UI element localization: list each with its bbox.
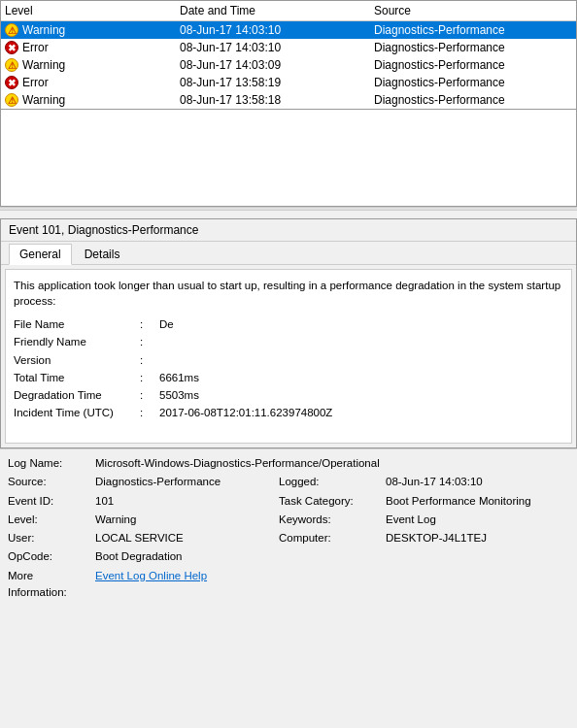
field-value — [159, 334, 563, 350]
more-info-label: More Information: — [8, 568, 95, 602]
event-row[interactable]: ⚠Warning08-Jun-17 13:58:18Diagnostics-Pe… — [1, 91, 576, 109]
field-name: Degradation Time — [14, 387, 140, 404]
field-name: Incident Time (UTC) — [14, 405, 140, 421]
event-type-label: Warning — [22, 23, 65, 37]
task-category-value: Boot Performance Monitoring — [386, 493, 569, 510]
event-type-label: Warning — [22, 93, 65, 107]
datetime-cell: 08-Jun-17 14:03:10 — [180, 41, 374, 54]
field-value: 6661ms — [159, 370, 563, 386]
error-icon: ✖ — [5, 76, 18, 89]
datetime-cell: 08-Jun-17 14:03:09 — [180, 58, 374, 72]
event-type-label: Warning — [22, 58, 65, 72]
source-label: Source: — [8, 474, 95, 490]
field-row: Version: — [14, 352, 563, 369]
detail-description: This application took longer than usual … — [14, 278, 563, 309]
warning-icon: ⚠ — [5, 23, 18, 37]
meta-opcode-row: OpCode: Boot Degradation — [8, 548, 569, 565]
header-datetime: Date and Time — [180, 4, 374, 17]
level-label: Level: — [8, 512, 95, 528]
task-category-label: Task Category: — [279, 493, 386, 510]
datetime-cell: 08-Jun-17 14:03:10 — [180, 23, 374, 37]
detail-content: This application took longer than usual … — [5, 269, 572, 444]
computer-label: Computer: — [279, 530, 386, 546]
field-colon: : — [140, 352, 159, 369]
error-icon: ✖ — [5, 41, 18, 54]
keywords-value: Event Log — [386, 512, 569, 528]
computer-value: DESKTOP-J4L1TEJ — [386, 530, 569, 546]
log-name-value: Microsoft-Windows-Diagnostics-Performanc… — [95, 455, 569, 472]
header-level: Level — [5, 4, 180, 17]
keywords-label: Keywords: — [279, 512, 386, 528]
logged-value: 08-Jun-17 14:03:10 — [386, 474, 569, 490]
event-list-header: Level Date and Time Source — [1, 1, 576, 21]
meta-log-name-row: Log Name: Microsoft-Windows-Diagnostics-… — [8, 455, 569, 472]
field-value: 5503ms — [159, 387, 563, 404]
field-name: Friendly Name — [14, 334, 140, 350]
datetime-cell: 08-Jun-17 13:58:18 — [180, 93, 374, 107]
field-row: Friendly Name: — [14, 334, 563, 350]
field-value: 2017-06-08T12:01:11.623974800Z — [159, 405, 563, 421]
meta-user-row: User: LOCAL SERVICE Computer: DESKTOP-J4… — [8, 530, 569, 546]
field-row: Incident Time (UTC):2017-06-08T12:01:11.… — [14, 405, 563, 421]
event-detail-section: Event 101, Diagnostics-Performance Gener… — [0, 218, 577, 448]
level-cell: ⚠Warning — [5, 23, 180, 37]
field-value — [159, 352, 563, 369]
tab-details[interactable]: Details — [74, 244, 131, 264]
user-value: LOCAL SERVICE — [95, 530, 279, 546]
source-cell: Diagnostics-Performance — [374, 41, 572, 54]
field-row: File Name:De — [14, 316, 563, 333]
event-rows-container: ⚠Warning08-Jun-17 14:03:10Diagnostics-Pe… — [1, 21, 576, 109]
section-divider — [0, 207, 577, 211]
field-row: Degradation Time:5503ms — [14, 387, 563, 404]
log-name-label: Log Name: — [8, 455, 95, 472]
source-cell: Diagnostics-Performance — [374, 58, 572, 72]
field-value: De — [159, 316, 563, 333]
field-colon: : — [140, 387, 159, 404]
level-value: Warning — [95, 512, 279, 528]
meta-source-row: Source: Diagnostics-Performance Logged: … — [8, 474, 569, 490]
source-cell: Diagnostics-Performance — [374, 23, 572, 37]
field-name: Total Time — [14, 370, 140, 386]
event-id-right: 101 Task Category: Boot Performance Moni… — [95, 493, 569, 510]
header-source: Source — [374, 4, 572, 17]
tab-general[interactable]: General — [9, 244, 72, 265]
event-type-label: Error — [22, 76, 49, 89]
event-id-value: 101 — [95, 493, 279, 510]
tabs-bar: General Details — [1, 242, 576, 265]
event-log-online-help-link[interactable]: Event Log Online Help — [95, 570, 207, 581]
opcode-value: Boot Degradation — [95, 548, 569, 565]
logged-label: Logged: — [279, 474, 386, 490]
event-detail-title: Event 101, Diagnostics-Performance — [1, 219, 576, 242]
more-info-link: Event Log Online Help — [95, 568, 569, 602]
event-row[interactable]: ✖Error08-Jun-17 13:58:19Diagnostics-Perf… — [1, 74, 576, 91]
level-cell: ✖Error — [5, 76, 180, 89]
empty-area — [0, 110, 577, 207]
field-colon: : — [140, 370, 159, 386]
source-value: Diagnostics-Performance — [95, 474, 279, 490]
meta-more-info-row: More Information: Event Log Online Help — [8, 568, 569, 602]
user-right: LOCAL SERVICE Computer: DESKTOP-J4L1TEJ — [95, 530, 569, 546]
metadata-section: Log Name: Microsoft-Windows-Diagnostics-… — [0, 448, 577, 609]
detail-fields: File Name:DeFriendly Name:Version:Total … — [14, 316, 563, 422]
level-cell: ✖Error — [5, 41, 180, 54]
field-row: Total Time:6661ms — [14, 370, 563, 386]
event-list-section: Level Date and Time Source ⚠Warning08-Ju… — [0, 0, 577, 110]
meta-level-row: Level: Warning Keywords: Event Log — [8, 512, 569, 528]
source-cell: Diagnostics-Performance — [374, 76, 572, 89]
datetime-cell: 08-Jun-17 13:58:19 — [180, 76, 374, 89]
field-name: Version — [14, 352, 140, 369]
field-colon: : — [140, 334, 159, 350]
event-row[interactable]: ✖Error08-Jun-17 14:03:10Diagnostics-Perf… — [1, 39, 576, 56]
opcode-label: OpCode: — [8, 548, 95, 565]
event-row[interactable]: ⚠Warning08-Jun-17 14:03:10Diagnostics-Pe… — [1, 21, 576, 39]
field-name: File Name — [14, 316, 140, 333]
level-cell: ⚠Warning — [5, 93, 180, 107]
event-row[interactable]: ⚠Warning08-Jun-17 14:03:09Diagnostics-Pe… — [1, 56, 576, 74]
level-cell: ⚠Warning — [5, 58, 180, 72]
source-cell: Diagnostics-Performance — [374, 93, 572, 107]
warning-icon: ⚠ — [5, 93, 18, 107]
field-colon: : — [140, 316, 159, 333]
event-id-label: Event ID: — [8, 493, 95, 510]
user-label: User: — [8, 530, 95, 546]
level-right: Warning Keywords: Event Log — [95, 512, 569, 528]
